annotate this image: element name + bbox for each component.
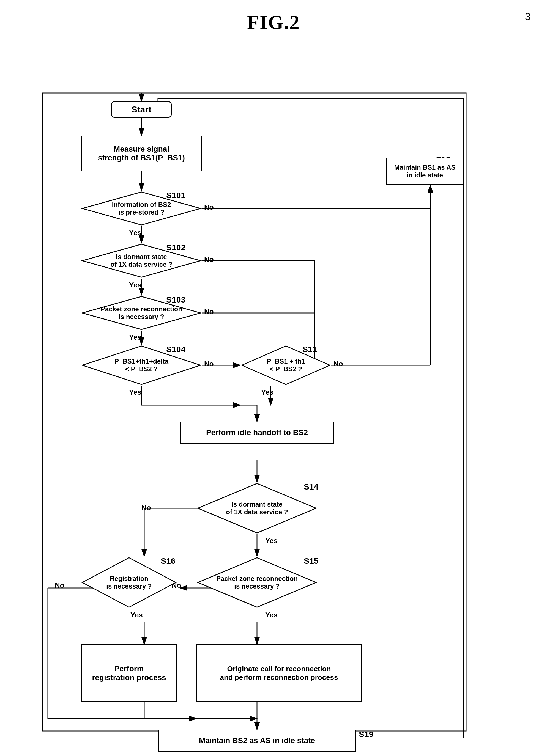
s102-no-label: No [204,255,214,264]
s101-yes-label: Yes [129,229,141,237]
s104-yes-label: Yes [129,388,141,397]
s101-node: Information of BS2is pre-stored ? [81,191,202,226]
s19-label: S19 [359,730,373,739]
s18-node: Performregistration process [81,644,177,702]
s17-node: Originate call for reconnectionand perfo… [196,644,362,702]
s106-node: Perform idle handoff to BS2 [180,422,334,444]
s103-no-label: No [204,307,214,316]
s16-yes-label: Yes [130,611,143,619]
s14-no-label: No [141,504,151,512]
start-node: Start [111,101,172,118]
s11-node: P_BS1 + th1< P_BS2 ? [240,345,331,386]
s101-no-label: No [204,203,214,211]
flowchart: Start S10 Measure signalstrength of BS1(… [26,50,521,738]
s10-node: Measure signalstrength of BS1(P_BS1) [81,136,202,171]
s13-node: Maintain BS1 as ASin idle state [386,158,463,185]
figure-title: FIG.2 [11,11,536,34]
s11-no-label: No [334,360,343,368]
s103-node: Packet zone reconnectionIs necessary ? [81,295,202,331]
s104-no-label: No [204,360,214,368]
s104-node: P_BS1+th1+delta< P_BS2 ? [81,345,202,386]
s11-yes-label: Yes [261,388,274,397]
s15-node: Packet zone reconnectionis necessary ? [196,556,318,609]
s103-yes-label: Yes [129,333,141,342]
s102-yes-label: Yes [129,281,141,289]
s16-no-label: No [55,581,64,590]
s19-node: Maintain BS2 as AS in idle state [158,730,356,752]
page: 3 FIG.2 [0,0,547,756]
s14-yes-label: Yes [265,537,278,545]
page-number: 3 [525,11,531,23]
s14-node: Is dormant stateof 1X data service ? [196,482,318,534]
s102-node: Is dormant stateof 1X data service ? [81,243,202,279]
s16-node: Registrationis necessary ? [81,556,177,609]
s15-yes-label: Yes [265,611,278,619]
svg-rect-2 [42,93,466,731]
